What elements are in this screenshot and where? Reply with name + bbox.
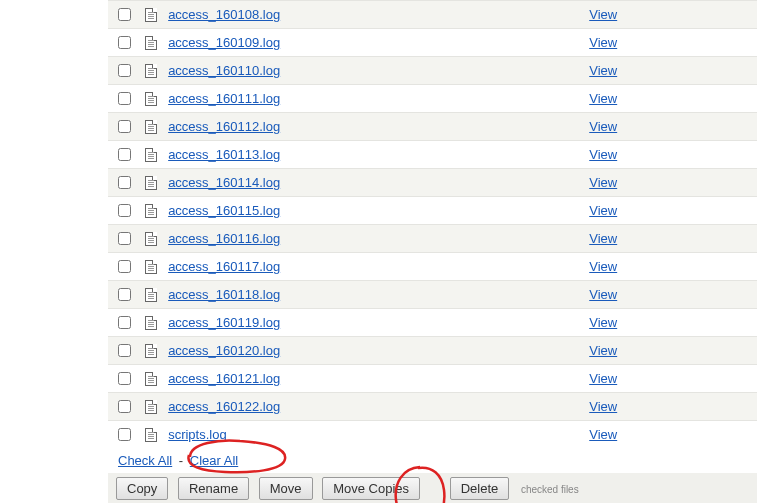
file-link[interactable]: access_160121.log: [168, 371, 280, 386]
document-icon: [145, 204, 157, 218]
document-icon: [145, 148, 157, 162]
table-row: access_160118.logView: [108, 281, 757, 309]
file-link[interactable]: access_160118.log: [168, 287, 280, 302]
document-icon: [145, 260, 157, 274]
view-link[interactable]: View: [589, 203, 617, 218]
row-checkbox[interactable]: [118, 372, 131, 385]
file-link[interactable]: access_160111.log: [168, 91, 280, 106]
row-checkbox[interactable]: [118, 148, 131, 161]
empty-cell: [651, 365, 757, 393]
file-link[interactable]: access_160112.log: [168, 119, 280, 134]
table-row: access_160112.logView: [108, 113, 757, 141]
row-checkbox[interactable]: [118, 204, 131, 217]
view-link[interactable]: View: [589, 7, 617, 22]
view-link[interactable]: View: [589, 63, 617, 78]
empty-cell: [651, 169, 757, 197]
file-link[interactable]: access_160120.log: [168, 343, 280, 358]
empty-cell: [651, 309, 757, 337]
row-checkbox[interactable]: [118, 64, 131, 77]
table-row: access_160108.logView: [108, 1, 757, 29]
row-checkbox[interactable]: [118, 428, 131, 441]
empty-cell: [651, 57, 757, 85]
document-icon: [145, 120, 157, 134]
view-link[interactable]: View: [589, 147, 617, 162]
table-row: access_160116.logView: [108, 225, 757, 253]
row-checkbox[interactable]: [118, 120, 131, 133]
view-link[interactable]: View: [589, 315, 617, 330]
file-link[interactable]: access_160113.log: [168, 147, 280, 162]
file-link[interactable]: access_160110.log: [168, 63, 280, 78]
row-checkbox[interactable]: [118, 344, 131, 357]
view-link[interactable]: View: [589, 343, 617, 358]
table-row: access_160114.logView: [108, 169, 757, 197]
table-row: access_160121.logView: [108, 365, 757, 393]
view-link[interactable]: View: [589, 371, 617, 386]
empty-cell: [651, 421, 757, 449]
view-link[interactable]: View: [589, 399, 617, 414]
table-row: access_160111.logView: [108, 85, 757, 113]
table-row: access_160120.logView: [108, 337, 757, 365]
document-icon: [145, 400, 157, 414]
table-row: access_160110.logView: [108, 57, 757, 85]
view-link[interactable]: View: [589, 231, 617, 246]
check-controls: Check All - Clear All: [108, 448, 757, 473]
empty-cell: [651, 85, 757, 113]
file-link[interactable]: access_160116.log: [168, 231, 280, 246]
rename-button[interactable]: Rename: [178, 477, 249, 500]
document-icon: [145, 288, 157, 302]
table-row: access_160117.logView: [108, 253, 757, 281]
table-row: scripts.logView: [108, 421, 757, 449]
table-row: access_160122.logView: [108, 393, 757, 421]
empty-cell: [651, 393, 757, 421]
empty-cell: [651, 29, 757, 57]
document-icon: [145, 176, 157, 190]
row-checkbox[interactable]: [118, 288, 131, 301]
delete-button[interactable]: Delete: [450, 477, 510, 500]
view-link[interactable]: View: [589, 427, 617, 442]
file-link[interactable]: access_160109.log: [168, 35, 280, 50]
button-bar: Copy Rename Move Move Copies Delete chec…: [108, 473, 757, 503]
view-link[interactable]: View: [589, 35, 617, 50]
empty-cell: [651, 141, 757, 169]
document-icon: [145, 8, 157, 22]
file-link[interactable]: access_160119.log: [168, 315, 280, 330]
document-icon: [145, 92, 157, 106]
file-link[interactable]: access_160117.log: [168, 259, 280, 274]
checked-files-label: checked files: [521, 484, 579, 495]
file-link[interactable]: access_160122.log: [168, 399, 280, 414]
row-checkbox[interactable]: [118, 92, 131, 105]
row-checkbox[interactable]: [118, 260, 131, 273]
table-row: access_160119.logView: [108, 309, 757, 337]
view-link[interactable]: View: [589, 259, 617, 274]
empty-cell: [651, 337, 757, 365]
row-checkbox[interactable]: [118, 36, 131, 49]
document-icon: [145, 64, 157, 78]
row-checkbox[interactable]: [118, 400, 131, 413]
file-link[interactable]: scripts.log: [168, 427, 227, 442]
separator: -: [179, 453, 183, 468]
empty-cell: [651, 113, 757, 141]
view-link[interactable]: View: [589, 287, 617, 302]
file-link[interactable]: access_160114.log: [168, 175, 280, 190]
row-checkbox[interactable]: [118, 176, 131, 189]
document-icon: [145, 428, 157, 442]
empty-cell: [651, 253, 757, 281]
move-copies-button[interactable]: Move Copies: [322, 477, 420, 500]
empty-cell: [651, 197, 757, 225]
copy-button[interactable]: Copy: [116, 477, 168, 500]
clear-all-link[interactable]: Clear All: [190, 453, 238, 468]
row-checkbox[interactable]: [118, 8, 131, 21]
check-all-link[interactable]: Check All: [118, 453, 172, 468]
file-link[interactable]: access_160108.log: [168, 7, 280, 22]
file-link[interactable]: access_160115.log: [168, 203, 280, 218]
empty-cell: [651, 1, 757, 29]
view-link[interactable]: View: [589, 175, 617, 190]
view-link[interactable]: View: [589, 91, 617, 106]
empty-cell: [651, 281, 757, 309]
view-link[interactable]: View: [589, 119, 617, 134]
empty-cell: [651, 225, 757, 253]
move-button[interactable]: Move: [259, 477, 313, 500]
file-table: access_160108.logViewaccess_160109.logVi…: [108, 0, 757, 448]
row-checkbox[interactable]: [118, 232, 131, 245]
row-checkbox[interactable]: [118, 316, 131, 329]
